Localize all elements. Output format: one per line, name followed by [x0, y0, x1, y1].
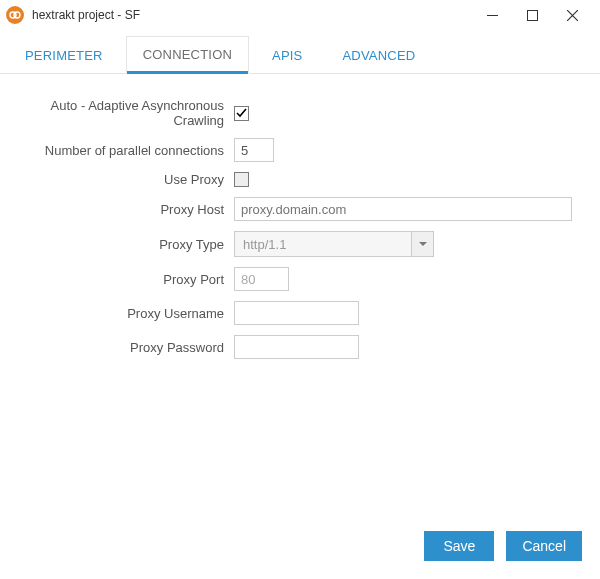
- window-title: hextrakt project - SF: [32, 8, 140, 22]
- use-proxy-checkbox[interactable]: [234, 172, 249, 187]
- proxy-pass-label: Proxy Password: [24, 340, 234, 355]
- proxy-user-input[interactable]: [234, 301, 359, 325]
- proxy-host-input[interactable]: [234, 197, 572, 221]
- tab-bar: PERIMETER CONNECTION APIS ADVANCED: [0, 30, 600, 74]
- proxy-pass-input[interactable]: [234, 335, 359, 359]
- close-button[interactable]: [552, 1, 592, 29]
- proxy-type-label: Proxy Type: [24, 237, 234, 252]
- use-proxy-label: Use Proxy: [24, 172, 234, 187]
- tab-connection[interactable]: CONNECTION: [126, 36, 249, 74]
- proxy-type-select[interactable]: http/1.1: [234, 231, 434, 257]
- svg-rect-3: [527, 10, 537, 20]
- proxy-user-label: Proxy Username: [24, 306, 234, 321]
- parallel-input[interactable]: [234, 138, 274, 162]
- svg-rect-2: [487, 15, 498, 16]
- svg-point-1: [14, 12, 20, 18]
- proxy-port-label: Proxy Port: [24, 272, 234, 287]
- tab-perimeter[interactable]: PERIMETER: [8, 37, 120, 73]
- chevron-down-icon: [411, 232, 433, 256]
- maximize-button[interactable]: [512, 1, 552, 29]
- auto-adaptive-label: Auto - Adaptive Asynchronous Crawling: [24, 98, 234, 128]
- tab-advanced[interactable]: ADVANCED: [325, 37, 432, 73]
- proxy-host-label: Proxy Host: [24, 202, 234, 217]
- titlebar: hextrakt project - SF: [0, 0, 600, 30]
- minimize-button[interactable]: [472, 1, 512, 29]
- tab-apis[interactable]: APIS: [255, 37, 319, 73]
- connection-form: Auto - Adaptive Asynchronous Crawling Nu…: [0, 74, 600, 519]
- proxy-port-input[interactable]: [234, 267, 289, 291]
- app-icon: [6, 6, 24, 24]
- proxy-type-value: http/1.1: [235, 237, 411, 252]
- parallel-label: Number of parallel connections: [24, 143, 234, 158]
- save-button[interactable]: Save: [424, 531, 494, 561]
- footer: Save Cancel: [0, 519, 600, 579]
- auto-adaptive-checkbox[interactable]: [234, 106, 249, 121]
- check-icon: [236, 108, 247, 119]
- cancel-button[interactable]: Cancel: [506, 531, 582, 561]
